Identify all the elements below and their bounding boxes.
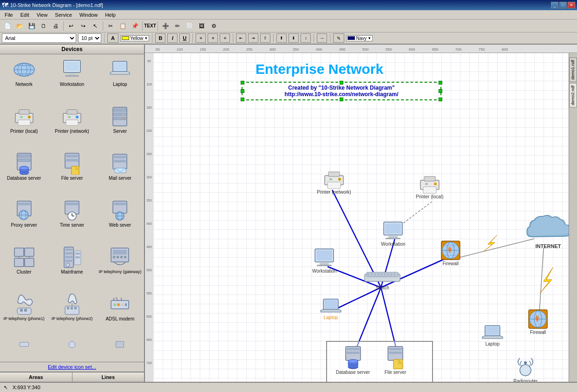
shape-button[interactable]: ⬜ [184, 21, 195, 31]
device-server[interactable]: Server [96, 101, 144, 148]
image-button[interactable]: 🖼 [196, 21, 207, 31]
node-internet[interactable]: INTERNET [520, 211, 576, 249]
device-adsl-modem[interactable]: ADSL modem [96, 289, 144, 336]
svg-rect-51 [66, 203, 78, 205]
copy-button[interactable]: 📋 [117, 21, 128, 31]
node-laptop2[interactable]: Laptop [481, 325, 504, 346]
svg-rect-37 [66, 155, 78, 157]
device-file-server[interactable]: File server [48, 148, 96, 195]
indent-right-button[interactable]: ⇥ [248, 33, 258, 43]
valign-top-button[interactable]: ⬆ [276, 33, 287, 43]
svg-rect-178 [377, 273, 379, 276]
svg-rect-38 [66, 159, 78, 162]
node-workstation1[interactable]: Workstation [381, 221, 406, 247]
node-radiorouter[interactable]: Radiorouter [513, 356, 538, 382]
node-file-server[interactable]: File server [384, 346, 407, 375]
color-picker-button[interactable]: Yellow ▼ [120, 35, 149, 41]
device-cluster[interactable]: Cluster [0, 242, 48, 289]
line-style-button[interactable]: ─ [317, 33, 327, 43]
toolbar-separator-2 [103, 21, 103, 31]
menu-service[interactable]: Service [51, 11, 76, 19]
node-printer-local[interactable]: Printer (local) [416, 175, 443, 199]
device-database-server[interactable]: Database server [0, 148, 48, 195]
new-button[interactable]: 📄 [2, 21, 13, 31]
node-workstation2[interactable]: Workstation [312, 248, 337, 274]
device-ip-phone1[interactable]: IP telephony (phone1) [0, 289, 48, 336]
valign-bottom-button[interactable]: ⬇ [288, 33, 299, 43]
line-color-picker[interactable]: Navy ▼ [346, 35, 373, 41]
device-printer-network[interactable]: Printer (network) [48, 101, 96, 148]
svg-rect-177 [374, 273, 376, 276]
device-printer-local[interactable]: Printer (local) [0, 101, 48, 148]
svg-rect-120 [145, 53, 153, 382]
node-printer-network[interactable]: Printer (network) [317, 170, 351, 195]
redo-button[interactable]: ↪ [78, 21, 89, 31]
close-button[interactable]: ✕ [568, 2, 575, 8]
device-ip-phone1-label: IP telephony (phone1) [3, 316, 44, 321]
device-ip-phone2[interactable]: IP telephony (phone2) [48, 289, 96, 336]
device-partial-1[interactable] [0, 336, 48, 350]
device-mainframe[interactable]: Mainframe [48, 242, 96, 289]
device-ip-telephony-gw[interactable]: IP telephony (gateway) [96, 242, 144, 289]
node-firewall2[interactable]: Firewall [526, 307, 550, 335]
device-network[interactable]: Network [0, 54, 48, 101]
select-button[interactable]: ↖ [90, 21, 101, 31]
paste-button[interactable]: 📌 [129, 21, 140, 31]
indent-left-button[interactable]: ⇤ [236, 33, 246, 43]
draw-button[interactable]: ✏ [172, 21, 183, 31]
open-button[interactable]: 📂 [14, 21, 25, 31]
italic-button[interactable]: I [167, 33, 177, 43]
font-selector[interactable]: Arial Times New Roman Courier New [2, 33, 76, 43]
node-database-server[interactable]: Database server [336, 346, 370, 375]
node-firewall1[interactable]: Firewall [439, 239, 462, 266]
maximize-button[interactable]: □ [559, 2, 567, 8]
save-button[interactable]: 💾 [26, 21, 37, 31]
svg-rect-90 [74, 307, 77, 309]
device-partial-2[interactable] [48, 336, 96, 350]
lines-button[interactable]: Lines [72, 372, 144, 382]
demo1-tab[interactable]: demo1.ndf [569, 58, 577, 82]
device-time-server[interactable]: Time server [48, 195, 96, 242]
node-laptop1[interactable]: Laptop [320, 298, 342, 320]
menu-view[interactable]: View [33, 11, 52, 19]
device-workstation[interactable]: Workstation [48, 54, 96, 101]
diagram-canvas[interactable]: Enterprise Network Created by "10-Strike… [153, 53, 577, 382]
svg-text:300: 300 [269, 47, 276, 52]
device-laptop[interactable]: Laptop [96, 54, 144, 101]
minimize-button[interactable]: _ [551, 2, 558, 8]
align-left-button[interactable]: ≡ [196, 33, 206, 43]
device-web-server[interactable]: Web sever [96, 195, 144, 242]
node-switch1[interactable]: Switch [364, 270, 401, 290]
device-adsl-modem-label: ADSL modem [105, 316, 134, 321]
menu-file[interactable]: File [1, 11, 17, 19]
align-center-button[interactable]: ≡ [208, 33, 218, 43]
line-color-toggle[interactable]: ✎ [333, 33, 344, 43]
canvas-area[interactable]: 50 100 150 200 250 300 350 400 450 500 5… [145, 45, 577, 382]
print-button[interactable]: 🖨 [50, 21, 61, 31]
device-mail-server[interactable]: Mail server [96, 148, 144, 195]
menu-edit[interactable]: Edit [17, 11, 33, 19]
undo-button[interactable]: ↩ [66, 21, 77, 31]
menu-help[interactable]: Help [101, 11, 119, 19]
align-right-button[interactable]: ≡ [220, 33, 230, 43]
demo2-tab[interactable]: demo2.ndf [569, 83, 577, 108]
text-button[interactable]: TEXT [144, 21, 156, 31]
size-selector[interactable]: 10 pt. 8 pt. 12 pt. 14 pt. 16 pt. [78, 33, 101, 43]
cut-button[interactable]: ✂ [105, 21, 116, 31]
format-sep-7 [330, 33, 330, 43]
bold-button[interactable]: B [155, 33, 165, 43]
device-partial-3[interactable] [96, 336, 144, 350]
print-preview-button[interactable]: 🗋 [38, 21, 49, 31]
fill-color-button[interactable]: A [107, 33, 118, 43]
indent-more-button[interactable]: ⇧ [260, 33, 270, 43]
device-proxy-server[interactable]: Proxy server [0, 195, 48, 242]
spacing-button[interactable]: ↕ [301, 33, 311, 43]
svg-rect-165 [320, 263, 329, 265]
menu-window[interactable]: Window [76, 11, 101, 19]
areas-button[interactable]: Areas [0, 372, 72, 382]
add-line-button[interactable]: ➕ [160, 21, 171, 31]
edit-device-icon-set-link[interactable]: Edit device icon set... [48, 364, 96, 370]
device-partial-1-icon [13, 340, 35, 349]
underline-button[interactable]: U [179, 33, 190, 43]
settings-button[interactable]: ⚙ [208, 21, 219, 31]
